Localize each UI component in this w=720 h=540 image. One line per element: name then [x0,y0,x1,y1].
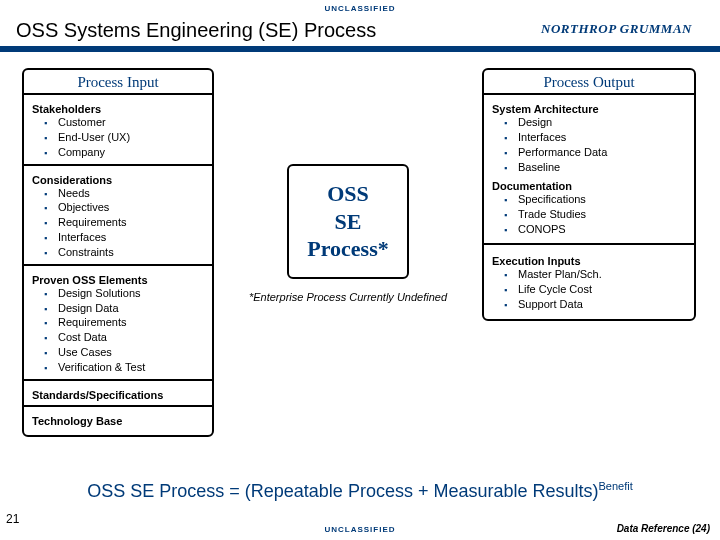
formula-base: OSS SE Process = (Repeatable Process + M… [87,481,598,501]
formula-superscript: Benefit [598,480,632,492]
center-line-1: OSS [307,180,388,208]
formula-line: OSS SE Process = (Repeatable Process + M… [0,480,720,502]
standards-label: Standards/Specifications [32,389,204,401]
list-item: Master Plan/Sch. [518,267,686,282]
classification-bottom: UNCLASSIFIED [0,525,720,534]
list-item: Design Solutions [58,286,204,301]
process-input-box: Process Input Stakeholders Customer End-… [22,68,214,437]
list-item: Life Cycle Cost [518,282,686,297]
list-item: Interfaces [58,230,204,245]
sys-arch-list: Design Interfaces Performance Data Basel… [492,115,686,174]
list-item: Specifications [518,192,686,207]
center-line-2: SE [307,208,388,236]
stakeholders-label: Stakeholders [32,103,204,115]
list-item: Requirements [58,215,204,230]
oss-se-process-box: OSS SE Process* [287,164,408,279]
list-item: Baseline [518,160,686,175]
considerations-label: Considerations [32,174,204,186]
center-line-3: Process* [307,235,388,263]
list-item: Needs [58,186,204,201]
list-item: Cost Data [58,330,204,345]
list-item: Support Data [518,297,686,312]
process-input-title: Process Input [24,70,212,95]
list-item: Requirements [58,315,204,330]
sys-arch-label: System Architecture [492,103,686,115]
list-item: Verification & Test [58,360,204,375]
slide-footer: 21 UNCLASSIFIED Data Reference (24) [0,510,720,536]
header-rule [0,46,720,52]
page-title: OSS Systems Engineering (SE) Process [16,19,376,42]
list-item: Use Cases [58,345,204,360]
page-number: 21 [6,512,19,526]
proven-label: Proven OSS Elements [32,274,204,286]
considerations-list: Needs Objectives Requirements Interfaces… [32,186,204,260]
northrop-logo: NORTHROP GRUMMAN [541,21,692,37]
center-column: OSS SE Process* *Enterprise Process Curr… [232,68,464,303]
slide-header: OSS Systems Engineering (SE) Process NOR… [0,13,720,46]
list-item: Company [58,145,204,160]
list-item: Performance Data [518,145,686,160]
list-item: Interfaces [518,130,686,145]
list-item: CONOPS [518,222,686,237]
proven-list: Design Solutions Design Data Requirement… [32,286,204,375]
execution-inputs-list: Master Plan/Sch. Life Cycle Cost Support… [492,267,686,312]
documentation-list: Specifications Trade Studies CONOPS [492,192,686,237]
list-item: Design [518,115,686,130]
list-item: End-User (UX) [58,130,204,145]
list-item: Trade Studies [518,207,686,222]
list-item: Objectives [58,200,204,215]
stakeholders-list: Customer End-User (UX) Company [32,115,204,160]
data-reference: Data Reference (24) [617,523,710,534]
documentation-label: Documentation [492,180,686,192]
execution-inputs-label: Execution Inputs [492,255,686,267]
techbase-label: Technology Base [32,415,204,427]
list-item: Design Data [58,301,204,316]
list-item: Customer [58,115,204,130]
center-footnote: *Enterprise Process Currently Undefined [249,291,447,303]
list-item: Constraints [58,245,204,260]
process-output-box: Process Output System Architecture Desig… [482,68,696,321]
classification-top: UNCLASSIFIED [0,0,720,13]
main-content: Process Input Stakeholders Customer End-… [0,68,720,437]
process-output-title: Process Output [484,70,694,95]
